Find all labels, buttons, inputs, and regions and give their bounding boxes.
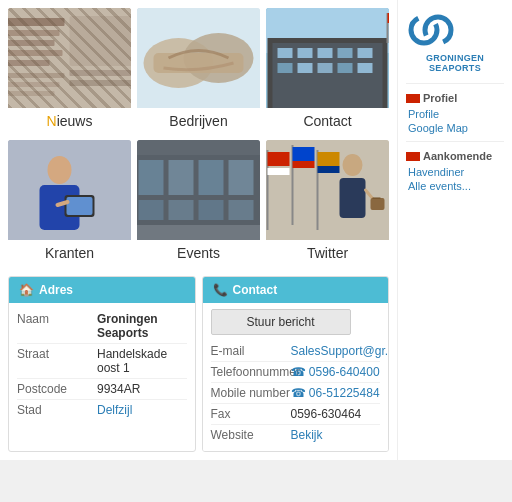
- kranten-image: [8, 140, 131, 240]
- website-link[interactable]: Bekijk: [291, 428, 323, 442]
- logo-svg: [406, 8, 456, 53]
- stad-link[interactable]: Delfzijl: [97, 403, 132, 417]
- adres-box: 🏠 Adres Naam Groningen Seaports Straat H…: [8, 276, 196, 452]
- right-sidebar: GRONINGEN SEAPORTS Profiel Profile Googl…: [397, 0, 512, 460]
- svg-rect-8: [70, 80, 132, 86]
- telefoon-link[interactable]: ☎ 0596-640400: [291, 365, 380, 379]
- svg-rect-27: [318, 63, 333, 73]
- events-label: Events: [137, 240, 260, 266]
- nieuws-image: [8, 8, 131, 108]
- bedrijven-label: Bedrijven: [137, 108, 260, 134]
- svg-rect-0: [8, 8, 131, 108]
- svg-rect-57: [268, 168, 290, 175]
- svg-rect-6: [70, 16, 132, 66]
- main-layout: Nieuws: [0, 0, 512, 460]
- tile-bedrijven[interactable]: Bedrijven: [137, 8, 260, 134]
- svg-rect-2: [8, 30, 60, 36]
- contact-image: [266, 8, 389, 108]
- aankomende-flag-icon: [406, 152, 420, 161]
- svg-rect-5: [8, 60, 50, 66]
- svg-rect-47: [199, 200, 224, 220]
- svg-rect-36: [67, 197, 93, 215]
- email-link[interactable]: SalesSupport@gr...: [291, 344, 390, 358]
- svg-point-33: [48, 156, 72, 184]
- svg-rect-63: [318, 166, 340, 173]
- adres-stad: Stad Delfzijl: [17, 400, 187, 420]
- twitter-image: [266, 140, 389, 240]
- svg-rect-46: [169, 200, 194, 220]
- svg-rect-62: [318, 152, 340, 166]
- sidebar-googlemap-link[interactable]: Google Map: [408, 121, 504, 135]
- nieuws-label: Nieuws: [8, 108, 131, 134]
- svg-rect-28: [338, 63, 353, 73]
- profiel-flag-icon: [406, 94, 420, 103]
- contact-fax: Fax 0596-630464: [211, 404, 381, 425]
- sidebar-divider-2: [406, 141, 504, 142]
- kranten-label: Kranten: [8, 240, 131, 266]
- tile-kranten[interactable]: Kranten: [8, 140, 131, 266]
- sidebar-logo: GRONINGEN SEAPORTS: [406, 8, 504, 73]
- contact-icon: 📞: [213, 283, 228, 297]
- contact-email: E-mail SalesSupport@gr...: [211, 341, 381, 362]
- svg-rect-59: [293, 147, 315, 161]
- svg-rect-60: [293, 161, 315, 168]
- svg-rect-42: [169, 160, 194, 195]
- svg-rect-7: [70, 70, 132, 76]
- svg-rect-20: [278, 48, 293, 58]
- sidebar-havendiner-link[interactable]: Havendiner: [408, 165, 504, 179]
- svg-rect-41: [139, 160, 164, 195]
- adres-icon: 🏠: [19, 283, 34, 297]
- svg-rect-1: [8, 18, 65, 26]
- svg-rect-11: [8, 91, 55, 96]
- sidebar-profiel-title: Profiel: [406, 92, 504, 104]
- tile-events[interactable]: Events: [137, 140, 260, 266]
- svg-rect-48: [229, 200, 254, 220]
- tile-contact[interactable]: Contact: [266, 8, 389, 134]
- contact-telefoon: Telefoonnummer ☎ 0596-640400: [211, 362, 381, 383]
- sidebar-aankomende-title: Aankomende: [406, 150, 504, 162]
- sidebar-alleevents-link[interactable]: Alle events...: [408, 179, 504, 193]
- mobile-link[interactable]: ☎ 06-51225484: [291, 386, 380, 400]
- svg-rect-56: [268, 152, 290, 166]
- page-wrapper: Nieuws: [0, 0, 512, 460]
- contact-body: Stuur bericht E-mail SalesSupport@gr... …: [203, 303, 389, 451]
- svg-rect-29: [358, 63, 373, 73]
- svg-rect-10: [8, 82, 60, 87]
- tile-grid: Nieuws: [8, 8, 389, 266]
- sidebar-divider-1: [406, 83, 504, 84]
- contact-mobile: Mobile number ☎ 06-51225484: [211, 383, 381, 404]
- svg-rect-45: [139, 200, 164, 220]
- svg-rect-23: [338, 48, 353, 58]
- adres-naam: Naam Groningen Seaports: [17, 309, 187, 344]
- svg-rect-9: [8, 73, 65, 78]
- info-row: 🏠 Adres Naam Groningen Seaports Straat H…: [8, 276, 389, 452]
- adres-header: 🏠 Adres: [9, 277, 195, 303]
- svg-rect-25: [278, 63, 293, 73]
- contact-label: Contact: [266, 108, 389, 134]
- svg-rect-21: [298, 48, 313, 58]
- contact-box: 📞 Contact Stuur bericht E-mail SalesSupp…: [202, 276, 390, 452]
- svg-rect-31: [388, 13, 390, 23]
- adres-straat: Straat Handelskade oost 1: [17, 344, 187, 379]
- svg-rect-24: [358, 48, 373, 58]
- tile-nieuws[interactable]: Nieuws: [8, 8, 131, 134]
- contact-website: Website Bekijk: [211, 425, 381, 445]
- svg-rect-44: [229, 160, 254, 195]
- svg-rect-3: [8, 40, 55, 46]
- svg-rect-51: [340, 178, 366, 218]
- tile-twitter[interactable]: Twitter: [266, 140, 389, 266]
- twitter-label: Twitter: [266, 240, 389, 266]
- sidebar-logo-text: GRONINGEN SEAPORTS: [406, 53, 504, 73]
- svg-point-50: [343, 154, 363, 176]
- svg-rect-53: [371, 198, 385, 210]
- adres-body: Naam Groningen Seaports Straat Handelska…: [9, 303, 195, 426]
- send-message-button[interactable]: Stuur bericht: [211, 309, 351, 335]
- contact-header: 📞 Contact: [203, 277, 389, 303]
- sidebar-profile-link[interactable]: Profile: [408, 107, 504, 121]
- adres-postcode: Postcode 9934AR: [17, 379, 187, 400]
- svg-rect-43: [199, 160, 224, 195]
- svg-rect-26: [298, 63, 313, 73]
- events-image: [137, 140, 260, 240]
- svg-rect-4: [8, 50, 63, 56]
- left-content: Nieuws: [0, 0, 397, 460]
